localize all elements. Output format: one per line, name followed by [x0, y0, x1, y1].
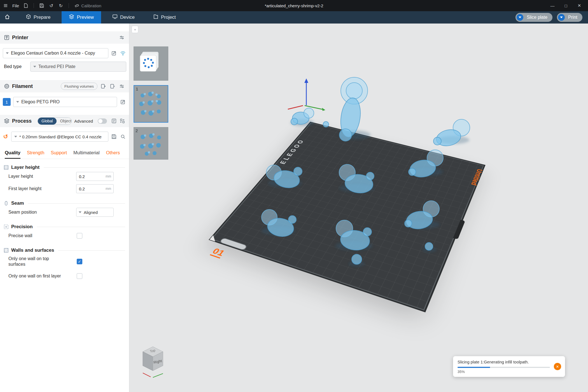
viewport-canvas[interactable]: ‹› 1	[129, 24, 588, 392]
process-section-title: Process	[12, 118, 32, 124]
layer-height-label: Layer height	[8, 174, 67, 179]
redo-icon[interactable]: ↻	[58, 3, 64, 8]
file-menu[interactable]: File	[12, 3, 19, 8]
segment-objects[interactable]: Objects	[57, 118, 72, 125]
precision-icon	[4, 224, 9, 229]
tab-project-label: Project	[161, 15, 176, 20]
sidebar-collapse-button[interactable]: ‹›	[132, 26, 138, 33]
seam-section-title: Seam	[11, 200, 24, 206]
plate-name-label[interactable]: Untitled	[469, 168, 484, 186]
tab-strength[interactable]: Strength	[27, 147, 44, 159]
close-button[interactable]: ✕	[573, 1, 585, 10]
seam-position-value: Aligned	[84, 210, 98, 215]
compare-presets-icon[interactable]	[119, 118, 125, 124]
plate-1-preview	[134, 86, 167, 122]
advanced-toggle[interactable]	[98, 118, 107, 124]
tab-others[interactable]: Others	[106, 147, 120, 159]
bed-type-dropdown[interactable]: Textured PEI Plate	[30, 62, 126, 72]
main-nav-bar: Prepare Preview Device Project Slice pla…	[0, 11, 588, 24]
chevron-down-icon	[14, 136, 17, 139]
printer-settings-icon[interactable]	[118, 34, 125, 41]
layer-height-section-title: Layer height	[11, 165, 39, 170]
process-preset-dropdown[interactable]: * 0.20mm Standard @Elegoo CC 0.4 nozzle	[11, 132, 108, 142]
printer-preset-dropdown[interactable]: Elegoo Centauri Carbon 0.4 nozzle - Copy	[3, 48, 108, 58]
tab-device[interactable]: Device	[105, 11, 142, 24]
segment-global[interactable]: Global	[38, 118, 56, 125]
all-plates-thumbnail[interactable]	[134, 46, 168, 81]
undo-icon[interactable]: ↺	[48, 3, 54, 8]
minimize-button[interactable]: —	[547, 1, 558, 10]
tab-prepare[interactable]: Prepare	[18, 11, 58, 24]
print-options-dropdown[interactable]	[558, 14, 565, 21]
edit-printer-icon[interactable]	[111, 50, 117, 57]
one-wall-top-checkbox[interactable]: ✓	[77, 259, 82, 264]
walls-section-header: Walls and surfaces	[4, 248, 125, 253]
prepare-icon	[26, 14, 31, 21]
one-wall-first-checkbox[interactable]: ✓	[77, 273, 82, 279]
tab-support[interactable]: Support	[51, 147, 67, 159]
search-settings-icon[interactable]	[120, 133, 126, 140]
settings-sidebar: Printer Elegoo Centauri Carbon 0.4 nozzl…	[0, 24, 129, 392]
first-layer-height-value: 0.2	[79, 186, 85, 191]
add-filament-icon[interactable]	[100, 83, 107, 90]
home-button[interactable]	[0, 11, 15, 24]
chevron-down-icon	[16, 101, 19, 104]
one-wall-first-label: Only one wall on first layer	[8, 273, 67, 279]
chevron-down-icon	[33, 66, 36, 69]
filament-section-title: Filament	[12, 83, 33, 89]
plate-1-thumbnail[interactable]: 1	[134, 85, 168, 123]
home-icon	[4, 14, 10, 21]
calibration-menu[interactable]: Calibration	[74, 3, 101, 8]
seam-position-label: Seam position	[8, 209, 67, 215]
precise-wall-checkbox[interactable]: ✓	[77, 233, 82, 239]
maximize-button[interactable]: □	[560, 1, 572, 10]
slice-plate-label: Slice plate	[527, 15, 547, 20]
filament-icon	[4, 83, 10, 89]
tab-multimaterial[interactable]: Multimaterial	[73, 147, 100, 159]
save-icon[interactable]	[39, 3, 45, 8]
slice-plate-button[interactable]: Slice plate	[515, 13, 552, 22]
printer-section-header: Printer	[0, 31, 129, 44]
tab-preview-label: Preview	[77, 15, 94, 20]
layer-height-section-header: Layer height	[4, 165, 125, 170]
wifi-icon[interactable]	[120, 50, 126, 57]
slice-options-dropdown[interactable]	[517, 14, 523, 21]
remove-filament-icon[interactable]	[109, 83, 116, 90]
navigation-cube[interactable]: Top Right	[139, 343, 166, 382]
reset-preset-icon[interactable]: ↺	[2, 133, 9, 140]
app-menu-icon[interactable]	[3, 3, 8, 8]
title-bar: File ↺ ↻ Calibration *articulated_cherry…	[0, 0, 588, 11]
close-icon: ✕	[556, 365, 559, 369]
filament-settings-icon[interactable]	[118, 83, 125, 90]
filament-preset-dropdown[interactable]: Elegoo PETG PRO	[13, 97, 117, 107]
tab-preview[interactable]: Preview	[62, 11, 101, 24]
preview-icon	[69, 14, 74, 21]
save-preset-icon[interactable]	[111, 133, 117, 140]
seam-position-dropdown[interactable]: Aligned	[76, 208, 114, 217]
first-layer-height-input[interactable]: 0.2 mm	[76, 184, 114, 193]
cancel-slicing-button[interactable]: ✕	[554, 363, 561, 370]
tab-quality[interactable]: Quality	[5, 147, 20, 159]
bed-type-value: Textured PEI Plate	[38, 64, 76, 69]
tab-device-label: Device	[120, 15, 135, 20]
plate-corner-marker	[209, 235, 219, 241]
global-objects-switch: Global Objects	[38, 117, 72, 125]
build-plate[interactable]: ELEGOO 01 Untitled	[211, 123, 484, 311]
process-list-icon[interactable]	[111, 118, 117, 124]
tab-project[interactable]: Project	[146, 11, 183, 24]
flushing-volumes-button[interactable]: Flushing volumes	[61, 83, 97, 90]
device-icon	[112, 14, 118, 21]
filament-slot-badge[interactable]: 1	[3, 98, 11, 106]
process-section-header: Process Global Objects Advanced	[0, 115, 129, 127]
layer-height-icon	[4, 165, 9, 170]
new-file-icon[interactable]	[23, 3, 29, 8]
check-icon: ✓	[78, 234, 81, 238]
print-button[interactable]: Print	[557, 13, 582, 22]
axes-indicator	[288, 78, 325, 111]
plate-2-thumbnail[interactable]: 2	[134, 127, 168, 160]
layer-height-input[interactable]: 0.2 mm	[76, 172, 114, 181]
slicing-progress-bar	[458, 367, 550, 368]
process-icon	[4, 118, 10, 124]
edit-filament-icon[interactable]	[120, 99, 126, 105]
plate-number-label[interactable]: 01	[210, 247, 227, 258]
